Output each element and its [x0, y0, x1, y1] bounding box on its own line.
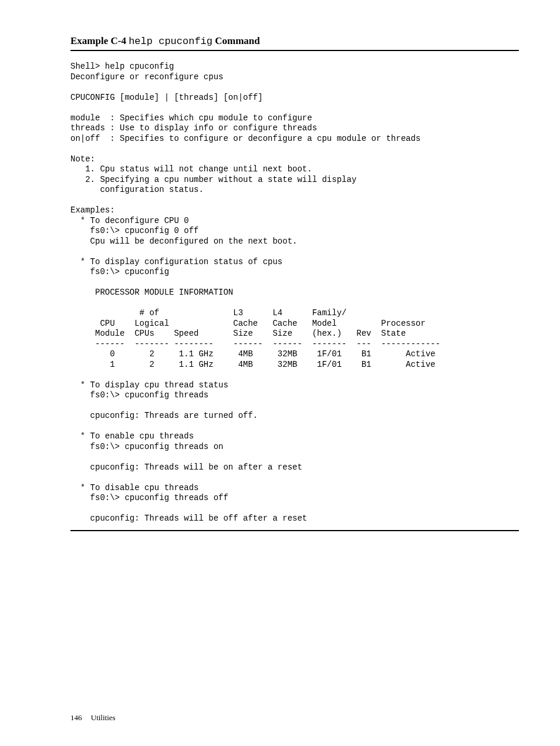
code-block: Shell> help cpuconfig Deconfigure or rec… [70, 62, 519, 531]
section-name: Utilities [91, 713, 116, 722]
example-heading: Example C-4 help cpuconfig Command [70, 35, 519, 51]
heading-prefix: Example C-4 [70, 35, 126, 46]
page-number: 146 [70, 713, 82, 722]
page-footer: 146 Utilities [70, 713, 116, 723]
heading-suffix: Command [215, 35, 260, 46]
heading-command: help cpuconfig [129, 36, 212, 47]
